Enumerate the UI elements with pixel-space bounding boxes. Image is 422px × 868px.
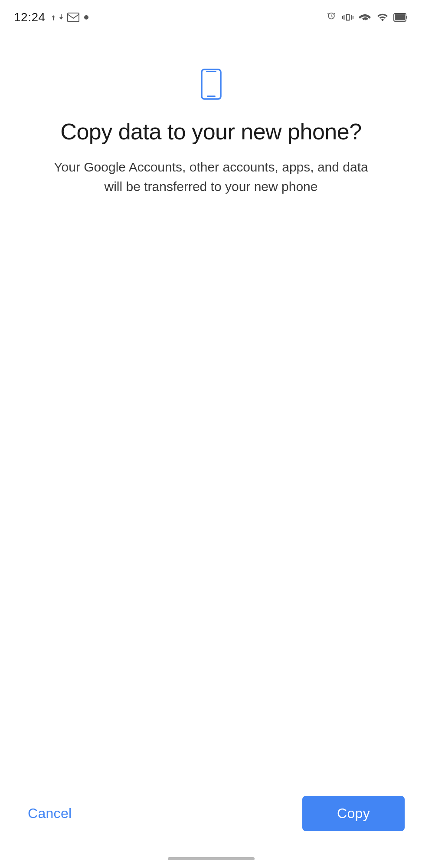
svg-rect-3 bbox=[395, 14, 405, 20]
notification-dot-icon bbox=[84, 15, 89, 20]
transfer-icon bbox=[52, 13, 63, 22]
battery-icon bbox=[393, 12, 408, 23]
svg-rect-6 bbox=[206, 71, 216, 72]
vibrate-icon bbox=[342, 12, 353, 23]
page-description: Your Google Accounts, other accounts, ap… bbox=[51, 157, 372, 196]
alarm-icon bbox=[326, 12, 337, 23]
wifi-icon bbox=[359, 12, 372, 23]
svg-point-1 bbox=[84, 15, 88, 20]
phone-icon-container bbox=[194, 66, 229, 102]
home-bar bbox=[168, 857, 255, 860]
home-indicator bbox=[0, 857, 422, 868]
bottom-action-area: Cancel Copy bbox=[0, 783, 422, 857]
main-content: Copy data to your new phone? Your Google… bbox=[0, 31, 422, 783]
status-icons-left bbox=[52, 13, 89, 22]
gmail-icon bbox=[67, 13, 79, 22]
copy-button[interactable]: Copy bbox=[302, 796, 405, 831]
svg-rect-5 bbox=[207, 96, 216, 97]
phone-device-icon bbox=[194, 95, 229, 102]
status-bar: 12:24 bbox=[0, 0, 422, 31]
status-time: 12:24 bbox=[14, 10, 46, 24]
svg-rect-4 bbox=[202, 69, 221, 99]
status-bar-right bbox=[326, 12, 408, 23]
page-title: Copy data to your new phone? bbox=[60, 118, 361, 145]
status-bar-left: 12:24 bbox=[14, 10, 89, 24]
svg-rect-0 bbox=[68, 13, 79, 22]
signal-icon bbox=[377, 12, 388, 23]
cancel-button[interactable]: Cancel bbox=[17, 798, 82, 829]
